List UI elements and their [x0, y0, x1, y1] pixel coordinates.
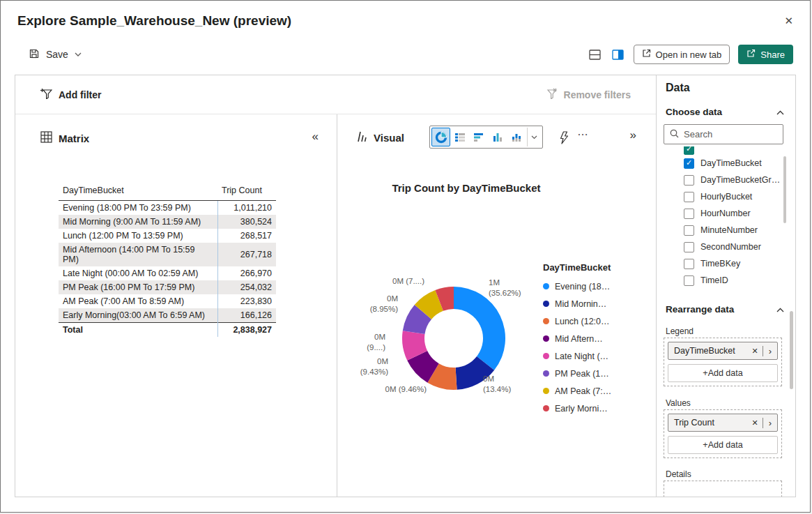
table-total-row[interactable]: Total2,838,927	[59, 323, 276, 338]
field-row[interactable]: DayTimeBucketGr…	[657, 172, 795, 188]
add-data-button-values[interactable]: +Add data	[668, 436, 778, 454]
remove-filters-button[interactable]: Remove filters	[546, 88, 631, 101]
table-row[interactable]: Late Night (00:00 AM To 02:59 AM)266,970	[59, 266, 276, 280]
chip-options-chevron-icon[interactable]: ›	[763, 346, 777, 356]
data-panel-scrollbar[interactable]	[790, 311, 793, 389]
legend-dot	[543, 405, 549, 411]
legend-dot	[543, 370, 549, 377]
field-row[interactable]: TimeID	[657, 272, 795, 289]
matrix-panel-header: Matrix	[40, 131, 89, 145]
table-row[interactable]: Evening (18:00 PM To 23:59 PM)1,011,210	[59, 201, 276, 216]
legend-title: DayTimeBucket	[543, 262, 651, 273]
field-row-partial[interactable]	[657, 146, 795, 155]
add-filter-button[interactable]: Add filter	[40, 88, 101, 101]
field-row[interactable]: SecondNumber	[657, 239, 795, 255]
matrix-header-row: DayTimeBucket Trip Count	[59, 183, 276, 201]
page-title: Explore Sample_Warehouse_New (preview)	[17, 13, 291, 29]
checkbox[interactable]	[684, 242, 694, 252]
table-row[interactable]: AM Peak (7:00 AM To 8:59 AM)223,830	[59, 294, 276, 308]
bar-chart-visual-icon[interactable]	[469, 128, 488, 146]
share-button[interactable]: Share	[738, 45, 793, 64]
legend-item[interactable]: PM Peak (1…	[543, 365, 651, 382]
chip-options-chevron-icon[interactable]: ›	[763, 418, 777, 428]
column-header-trip-count[interactable]: Trip Count	[217, 183, 276, 201]
donut-chart-visual-icon[interactable]	[431, 128, 450, 146]
visual-panel-title: Visual	[374, 132, 404, 144]
checkbox-checked[interactable]	[684, 158, 694, 169]
checkbox-checked[interactable]	[684, 146, 694, 155]
field-chip-values[interactable]: Trip Count ✕ ›	[668, 414, 778, 432]
more-options-icon[interactable]: …	[577, 126, 589, 138]
checkbox[interactable]	[684, 175, 694, 186]
table-row[interactable]: Mid Afternoon (14:00 PM To 15:59 PM)267,…	[59, 243, 276, 266]
save-button[interactable]	[27, 47, 41, 63]
legend-dot	[543, 353, 549, 359]
legend-well-label: Legend	[666, 326, 694, 336]
expand-visual-panel-icon[interactable]: »	[630, 128, 636, 142]
field-row[interactable]: TimeBKey	[657, 255, 795, 272]
matrix-visual-icon[interactable]	[450, 128, 469, 146]
titlebar: Explore Sample_Warehouse_New (preview) ✕	[1, 1, 810, 41]
legend-item[interactable]: Mid Aftern…	[543, 330, 651, 347]
column-header-daytimebucket[interactable]: DayTimeBucket	[59, 183, 217, 201]
visual-type-dropdown-chevron-icon[interactable]	[527, 128, 541, 146]
vertical-split-layout-icon[interactable]	[611, 48, 625, 61]
search-icon	[670, 128, 679, 141]
field-row[interactable]: DayTimeBucket	[657, 155, 795, 172]
checkbox[interactable]	[684, 225, 694, 236]
details-well-label: Details	[666, 469, 691, 479]
share-icon	[746, 49, 756, 60]
search-input[interactable]	[684, 129, 760, 139]
lightning-bolt-icon[interactable]	[558, 130, 570, 146]
add-filter-icon	[40, 88, 52, 101]
chart-callout-label: 0M (9.46%)	[357, 384, 427, 395]
save-icon	[29, 48, 40, 61]
column-chart-visual-icon[interactable]	[488, 128, 507, 146]
chart-callout-label: 0M (8.95%)	[346, 294, 398, 315]
field-list-scrollbar[interactable]	[783, 156, 786, 223]
checkbox[interactable]	[684, 192, 694, 202]
details-well	[664, 481, 782, 497]
filter-bar: Add filter Remove filters	[15, 75, 656, 114]
open-in-new-tab-button[interactable]: Open in new tab	[634, 45, 730, 64]
choose-data-section-header[interactable]: Choose data	[666, 107, 784, 117]
donut-slice[interactable]	[454, 287, 505, 370]
add-filter-label: Add filter	[59, 89, 101, 100]
legend-dot	[543, 335, 549, 342]
save-dropdown-chevron-icon[interactable]	[73, 51, 83, 58]
field-row[interactable]: MinuteNumber	[657, 222, 795, 239]
values-well: Trip Count ✕ › +Add data	[664, 409, 782, 458]
table-row[interactable]: Mid Morning (9:00 AM To 11:59 AM)380,524	[59, 215, 276, 229]
save-label[interactable]: Save	[46, 49, 68, 60]
stacked-column-chart-visual-icon[interactable]	[507, 128, 526, 146]
legend-item[interactable]: Mid Mornin…	[543, 295, 651, 312]
chart-callout-label: 1M (35.62%)	[489, 278, 521, 298]
remove-field-icon[interactable]: ✕	[747, 347, 763, 356]
table-row[interactable]: Early Morning(03:00 AM To 6:59 AM)166,12…	[59, 308, 276, 323]
collapse-matrix-panel-icon[interactable]: «	[312, 130, 319, 144]
field-chip-legend[interactable]: DayTimeBucket ✕ ›	[668, 342, 778, 360]
rearrange-data-section-header[interactable]: Rearrange data	[666, 304, 784, 315]
legend-item[interactable]: Early Morni…	[543, 400, 651, 417]
remove-field-icon[interactable]: ✕	[747, 418, 763, 428]
field-row[interactable]: HourNumber	[657, 205, 795, 222]
share-label: Share	[760, 50, 785, 60]
table-row[interactable]: Lunch (12:00 PM To 13:59 PM)268,517	[59, 229, 276, 243]
table-row[interactable]: PM Peak (16:00 PM To 17:59 PM)254,032	[59, 280, 276, 294]
horizontal-split-layout-icon[interactable]	[588, 48, 602, 61]
values-well-label: Values	[666, 398, 691, 408]
legend-item[interactable]: Late Night (…	[543, 347, 651, 365]
legend-item[interactable]: Evening (18…	[543, 278, 651, 295]
field-row[interactable]: HourlyBucket	[657, 188, 795, 205]
checkbox[interactable]	[684, 209, 694, 219]
chart-callout-label: 0M (9.43%)	[337, 356, 388, 377]
checkbox[interactable]	[684, 275, 694, 286]
close-button[interactable]: ✕	[784, 15, 793, 27]
checkbox[interactable]	[684, 259, 694, 269]
remove-filters-icon	[546, 88, 558, 101]
legend-item[interactable]: Lunch (12:0…	[543, 312, 651, 330]
add-data-button-legend[interactable]: +Add data	[668, 364, 778, 382]
chart-callout-label: 0M (9....)	[337, 332, 385, 353]
legend-dot	[543, 301, 549, 307]
legend-item[interactable]: AM Peak (7:…	[543, 382, 651, 400]
